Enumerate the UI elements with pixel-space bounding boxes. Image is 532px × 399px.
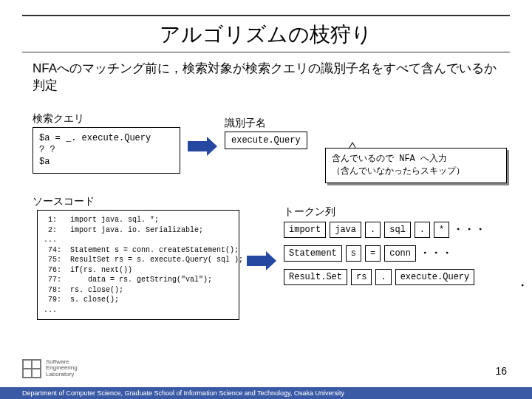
ellipsis: ・・・ <box>453 223 486 236</box>
token: Result.Set <box>284 269 347 285</box>
token-row: import java . sql . * ・・・ <box>284 222 520 238</box>
page-number: 16 <box>495 365 507 377</box>
label-identifier: 識別子名 <box>225 117 266 130</box>
token: sql <box>384 222 411 238</box>
identifier-box: execute.Query <box>225 132 307 149</box>
logo-mark-icon <box>22 359 41 378</box>
token: . <box>375 269 391 285</box>
query-line2: ? ? <box>39 144 174 156</box>
token-row: Statement s = conn ・・・ <box>284 245 520 262</box>
source-code-box: 1: import java. sql. *; 2: import java. … <box>37 210 239 320</box>
query-box: $a = _. execute.Query ? ? $a <box>33 127 180 174</box>
token: conn <box>384 245 416 262</box>
slide-title: アルゴリズムの枝狩り <box>0 21 532 49</box>
token: java <box>330 222 361 238</box>
token: = <box>365 245 381 262</box>
label-source: ソースコード <box>33 195 95 208</box>
token: rs <box>351 269 372 285</box>
token: * <box>434 222 449 238</box>
logo-line: Laboratory <box>46 372 78 378</box>
arrow-query-to-identifier <box>188 137 217 156</box>
lead-text: NFAへのマッチング前に，検索対象が検索クエリの識別子名をすべて含んでいるか判定 <box>33 61 505 95</box>
arrow-source-to-tokens <box>247 251 276 270</box>
token-row: Result.Set rs . execute.Query <box>284 269 520 285</box>
token: . <box>415 222 430 238</box>
rule-under-title <box>22 52 510 52</box>
lab-logo: Software Engineering Laboratory <box>22 359 78 378</box>
footer-bar: Department of Computer Science, Graduate… <box>0 387 532 399</box>
ellipsis: ・・・ <box>420 247 453 260</box>
ellipsis-trailing: ・・・ <box>517 279 532 293</box>
token: import <box>284 222 326 238</box>
token: execute.Query <box>395 269 475 285</box>
token-stream: import java . sql . * ・・・ Statement s = … <box>284 222 520 293</box>
label-query: 検索クエリ <box>33 112 84 126</box>
token: . <box>365 222 381 238</box>
token: Statement <box>284 245 342 262</box>
token: s <box>346 245 361 262</box>
query-line3: $a <box>39 156 174 168</box>
label-tokens: トークン列 <box>284 205 335 219</box>
logo-text: Software Engineering Laboratory <box>46 359 78 378</box>
callout-box: 含んでいるので NFA へ入力 （含んでいなかったらスキップ） <box>325 148 507 183</box>
callout-line2: （含んでいなかったらスキップ） <box>332 166 500 178</box>
query-line1: $a = _. execute.Query <box>39 132 174 144</box>
callout-line1: 含んでいるので NFA へ入力 <box>332 153 500 166</box>
rule-top <box>22 15 510 16</box>
